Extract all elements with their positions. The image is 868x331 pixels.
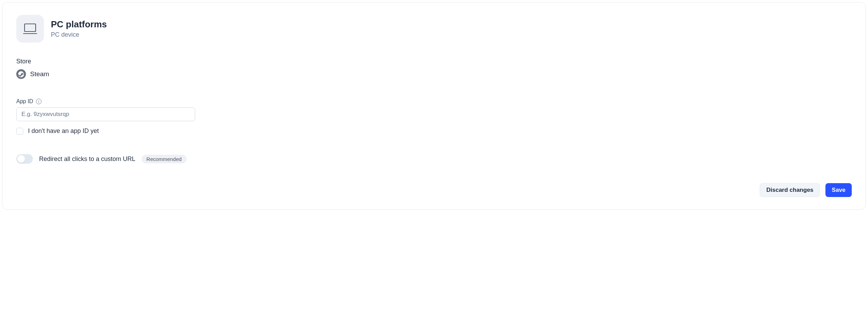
no-app-id-checkbox[interactable] [16, 128, 23, 135]
no-app-id-label: I don't have an app ID yet [28, 127, 99, 135]
no-app-id-row: I don't have an app ID yet [16, 127, 852, 135]
redirect-row: Redirect all clicks to a custom URL Reco… [16, 154, 852, 164]
panel-title: PC platforms [51, 19, 107, 30]
store-row: Steam [16, 69, 852, 79]
save-button[interactable]: Save [825, 183, 852, 197]
recommended-badge: Recommended [142, 155, 187, 163]
title-block: PC platforms PC device [51, 19, 107, 38]
store-section-label: Store [16, 58, 852, 65]
pc-platforms-panel: PC platforms PC device Store Steam App I… [2, 2, 866, 210]
panel-header: PC platforms PC device [16, 15, 852, 43]
redirect-label: Redirect all clicks to a custom URL [39, 155, 135, 163]
app-id-input[interactable] [16, 107, 195, 121]
app-id-label-row: App ID i [16, 98, 852, 105]
panel-subtitle: PC device [51, 31, 107, 38]
footer-actions: Discard changes Save [16, 183, 852, 197]
svg-rect-0 [25, 24, 36, 32]
discard-button[interactable]: Discard changes [760, 183, 820, 197]
steam-icon [16, 69, 26, 79]
toggle-knob [17, 155, 25, 163]
info-icon[interactable]: i [36, 99, 42, 104]
app-id-label: App ID [16, 98, 33, 105]
redirect-toggle[interactable] [16, 154, 33, 164]
store-name: Steam [30, 70, 49, 78]
laptop-icon [16, 15, 44, 43]
